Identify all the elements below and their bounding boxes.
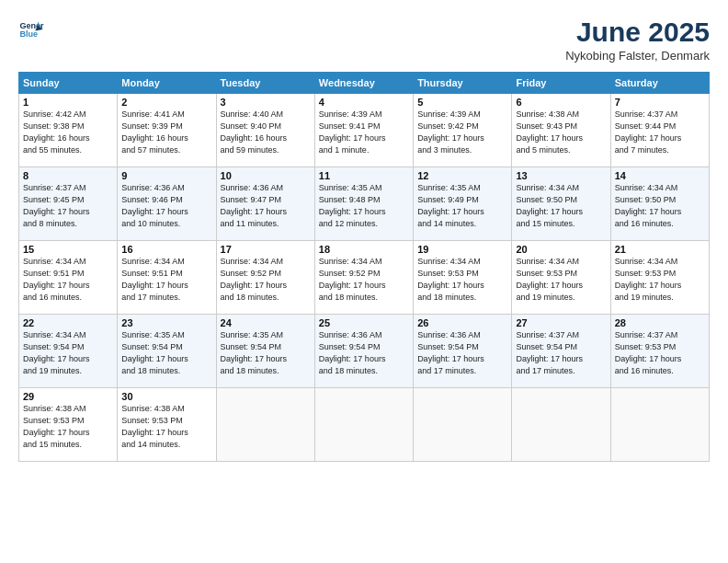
day-number: 15 (23, 244, 113, 255)
calendar-cell: 4Sunrise: 4:39 AM Sunset: 9:41 PM Daylig… (314, 94, 413, 167)
calendar-cell (512, 388, 610, 462)
day-number: 8 (23, 170, 113, 181)
logo: General Blue (18, 17, 44, 42)
calendar-cell: 8Sunrise: 4:37 AM Sunset: 9:45 PM Daylig… (19, 167, 118, 241)
page: General Blue June 2025 Nykobing Falster,… (0, 0, 728, 563)
calendar-cell: 15Sunrise: 4:34 AM Sunset: 9:51 PM Dayli… (19, 241, 118, 315)
day-info: Sunrise: 4:34 AM Sunset: 9:50 PM Dayligh… (615, 182, 705, 230)
day-info: Sunrise: 4:35 AM Sunset: 9:54 PM Dayligh… (221, 329, 311, 377)
day-number: 30 (121, 391, 211, 402)
week-row-2: 8Sunrise: 4:37 AM Sunset: 9:45 PM Daylig… (19, 167, 710, 241)
day-info: Sunrise: 4:36 AM Sunset: 9:54 PM Dayligh… (417, 329, 507, 377)
calendar-cell: 2Sunrise: 4:41 AM Sunset: 9:39 PM Daylig… (118, 94, 216, 167)
calendar-cell: 28Sunrise: 4:37 AM Sunset: 9:53 PM Dayli… (610, 315, 709, 388)
day-number: 25 (319, 317, 409, 328)
day-number: 12 (417, 170, 507, 181)
day-number: 13 (516, 170, 606, 181)
day-number: 22 (23, 317, 113, 328)
calendar-cell: 14Sunrise: 4:34 AM Sunset: 9:50 PM Dayli… (610, 167, 709, 241)
day-number: 16 (121, 244, 211, 255)
day-info: Sunrise: 4:37 AM Sunset: 9:45 PM Dayligh… (23, 182, 113, 230)
calendar-cell: 5Sunrise: 4:39 AM Sunset: 9:42 PM Daylig… (414, 94, 512, 167)
calendar-cell: 21Sunrise: 4:34 AM Sunset: 9:53 PM Dayli… (610, 241, 709, 315)
calendar-cell: 9Sunrise: 4:36 AM Sunset: 9:46 PM Daylig… (118, 167, 216, 241)
week-row-5: 29Sunrise: 4:38 AM Sunset: 9:53 PM Dayli… (19, 388, 710, 462)
calendar-cell: 1Sunrise: 4:42 AM Sunset: 9:38 PM Daylig… (19, 94, 118, 167)
calendar-cell: 3Sunrise: 4:40 AM Sunset: 9:40 PM Daylig… (216, 94, 314, 167)
day-info: Sunrise: 4:34 AM Sunset: 9:53 PM Dayligh… (417, 256, 507, 304)
day-info: Sunrise: 4:36 AM Sunset: 9:46 PM Dayligh… (121, 182, 211, 230)
day-info: Sunrise: 4:37 AM Sunset: 9:53 PM Dayligh… (615, 329, 705, 377)
calendar-cell: 27Sunrise: 4:37 AM Sunset: 9:54 PM Dayli… (512, 315, 610, 388)
day-number: 6 (516, 97, 606, 108)
week-row-1: 1Sunrise: 4:42 AM Sunset: 9:38 PM Daylig… (19, 94, 710, 167)
calendar-cell: 25Sunrise: 4:36 AM Sunset: 9:54 PM Dayli… (314, 315, 413, 388)
day-number: 17 (221, 244, 311, 255)
day-number: 1 (23, 97, 113, 108)
calendar-cell (314, 388, 413, 462)
day-info: Sunrise: 4:36 AM Sunset: 9:47 PM Dayligh… (221, 182, 311, 230)
calendar-cell: 30Sunrise: 4:38 AM Sunset: 9:53 PM Dayli… (118, 388, 216, 462)
day-number: 2 (121, 97, 211, 108)
day-number: 7 (615, 97, 705, 108)
calendar-cell (414, 388, 512, 462)
col-sunday: Sunday (19, 73, 118, 94)
day-number: 19 (417, 244, 507, 255)
day-info: Sunrise: 4:34 AM Sunset: 9:53 PM Dayligh… (516, 256, 606, 304)
day-number: 3 (221, 97, 311, 108)
col-wednesday: Wednesday (314, 73, 413, 94)
calendar-cell: 20Sunrise: 4:34 AM Sunset: 9:53 PM Dayli… (512, 241, 610, 315)
calendar-cell: 17Sunrise: 4:34 AM Sunset: 9:52 PM Dayli… (216, 241, 314, 315)
location: Nykobing Falster, Denmark (565, 49, 710, 63)
calendar-cell: 13Sunrise: 4:34 AM Sunset: 9:50 PM Dayli… (512, 167, 610, 241)
col-thursday: Thursday (414, 73, 512, 94)
day-number: 26 (417, 317, 507, 328)
day-info: Sunrise: 4:36 AM Sunset: 9:54 PM Dayligh… (319, 329, 409, 377)
day-number: 10 (221, 170, 311, 181)
calendar-cell: 6Sunrise: 4:38 AM Sunset: 9:43 PM Daylig… (512, 94, 610, 167)
day-info: Sunrise: 4:37 AM Sunset: 9:54 PM Dayligh… (516, 329, 606, 377)
day-info: Sunrise: 4:38 AM Sunset: 9:53 PM Dayligh… (121, 403, 211, 451)
calendar-cell (610, 388, 709, 462)
calendar-cell: 16Sunrise: 4:34 AM Sunset: 9:51 PM Dayli… (118, 241, 216, 315)
day-number: 21 (615, 244, 705, 255)
col-friday: Friday (512, 73, 610, 94)
day-info: Sunrise: 4:35 AM Sunset: 9:48 PM Dayligh… (319, 182, 409, 230)
day-number: 29 (23, 391, 113, 402)
day-number: 23 (121, 317, 211, 328)
day-info: Sunrise: 4:34 AM Sunset: 9:53 PM Dayligh… (615, 256, 705, 304)
day-info: Sunrise: 4:35 AM Sunset: 9:54 PM Dayligh… (121, 329, 211, 377)
calendar-cell: 29Sunrise: 4:38 AM Sunset: 9:53 PM Dayli… (19, 388, 118, 462)
calendar-cell (216, 388, 314, 462)
day-info: Sunrise: 4:37 AM Sunset: 9:44 PM Dayligh… (615, 109, 705, 156)
header: General Blue June 2025 Nykobing Falster,… (18, 17, 710, 63)
day-info: Sunrise: 4:39 AM Sunset: 9:41 PM Dayligh… (319, 109, 409, 156)
calendar-cell: 23Sunrise: 4:35 AM Sunset: 9:54 PM Dayli… (118, 315, 216, 388)
day-info: Sunrise: 4:34 AM Sunset: 9:50 PM Dayligh… (516, 182, 606, 230)
day-info: Sunrise: 4:34 AM Sunset: 9:51 PM Dayligh… (121, 256, 211, 304)
day-info: Sunrise: 4:39 AM Sunset: 9:42 PM Dayligh… (417, 109, 507, 156)
day-info: Sunrise: 4:38 AM Sunset: 9:43 PM Dayligh… (516, 109, 606, 156)
day-info: Sunrise: 4:40 AM Sunset: 9:40 PM Dayligh… (221, 109, 311, 156)
day-number: 18 (319, 244, 409, 255)
calendar-cell: 11Sunrise: 4:35 AM Sunset: 9:48 PM Dayli… (314, 167, 413, 241)
calendar: Sunday Monday Tuesday Wednesday Thursday… (18, 72, 710, 462)
day-number: 4 (319, 97, 409, 108)
day-number: 28 (615, 317, 705, 328)
day-info: Sunrise: 4:38 AM Sunset: 9:53 PM Dayligh… (23, 403, 113, 451)
col-saturday: Saturday (610, 73, 709, 94)
title-block: June 2025 Nykobing Falster, Denmark (565, 17, 710, 63)
day-number: 20 (516, 244, 606, 255)
day-number: 9 (121, 170, 211, 181)
day-info: Sunrise: 4:34 AM Sunset: 9:52 PM Dayligh… (221, 256, 311, 304)
day-info: Sunrise: 4:42 AM Sunset: 9:38 PM Dayligh… (23, 109, 113, 156)
day-number: 11 (319, 170, 409, 181)
day-number: 27 (516, 317, 606, 328)
calendar-cell: 19Sunrise: 4:34 AM Sunset: 9:53 PM Dayli… (414, 241, 512, 315)
day-number: 5 (417, 97, 507, 108)
day-info: Sunrise: 4:34 AM Sunset: 9:54 PM Dayligh… (23, 329, 113, 377)
day-number: 24 (221, 317, 311, 328)
svg-text:Blue: Blue (19, 29, 38, 39)
day-info: Sunrise: 4:41 AM Sunset: 9:39 PM Dayligh… (121, 109, 211, 156)
col-tuesday: Tuesday (216, 73, 314, 94)
